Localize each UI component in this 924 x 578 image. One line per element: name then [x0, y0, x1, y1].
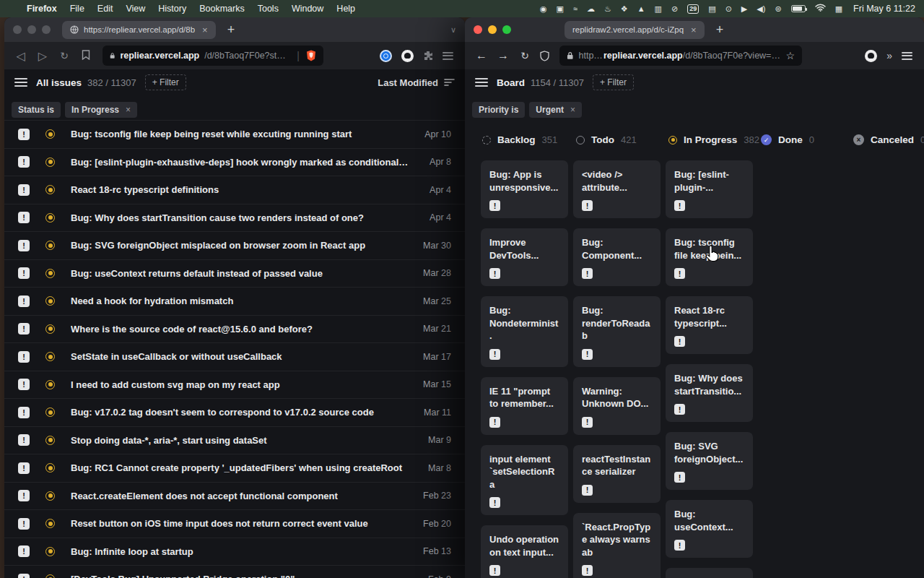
- in-progress-status-icon[interactable]: [45, 463, 55, 473]
- urgent-priority-icon[interactable]: !: [18, 574, 30, 578]
- zoom-window-button[interactable]: [502, 25, 511, 34]
- in-progress-status-icon[interactable]: [45, 213, 55, 223]
- browser-tab[interactable]: replidraw2.vercel.app/d/c-iZpq ×: [565, 21, 705, 39]
- urgent-priority-icon[interactable]: !: [18, 351, 30, 363]
- close-window-button[interactable]: [474, 25, 482, 34]
- issue-row[interactable]: !Reset button on iOS time input does not…: [4, 509, 465, 538]
- urgent-priority-icon[interactable]: !: [18, 434, 30, 446]
- window-controls[interactable]: [13, 25, 51, 34]
- reload-button[interactable]: ↻: [515, 50, 534, 61]
- issue-card[interactable]: Improve DevTools...!: [481, 228, 568, 286]
- in-progress-status-icon[interactable]: [45, 380, 55, 389]
- filter-chip-urgent[interactable]: Urgent×: [529, 102, 582, 118]
- add-filter-button[interactable]: + Filter: [145, 74, 186, 90]
- issue-card[interactable]: Bug: App is unresponsive...!: [481, 160, 568, 218]
- menu-file[interactable]: File: [64, 0, 91, 17]
- dropbox-icon[interactable]: ❖: [621, 0, 628, 17]
- issue-card[interactable]: Bug: Component...!: [573, 228, 661, 286]
- issue-row[interactable]: !React.createElement does not accept fun…: [4, 482, 465, 510]
- issue-row[interactable]: !Bug: useContext returns default instead…: [4, 259, 465, 288]
- urgent-priority-icon[interactable]: !: [18, 184, 30, 196]
- in-progress-status-icon[interactable]: [45, 547, 55, 556]
- new-tab-button[interactable]: +: [227, 22, 235, 38]
- issue-card[interactable]: <video /> attribute...!: [573, 160, 661, 218]
- app-sidebar-menu-icon[interactable]: [475, 78, 488, 87]
- issue-card[interactable]: Bug: [eslint-plugin-...!: [666, 160, 753, 218]
- urgent-priority-icon[interactable]: !: [18, 129, 30, 140]
- urgent-priority-icon[interactable]: !: [18, 407, 30, 418]
- calendar-icon[interactable]: 29: [687, 4, 699, 14]
- tab-close-icon[interactable]: ×: [202, 25, 208, 35]
- menu-firefox[interactable]: Firefox: [20, 0, 64, 17]
- address-bar[interactable]: repliear.vercel.app /d/8bTaoq7F0e?status…: [103, 46, 323, 66]
- issue-row[interactable]: !Bug: v17.0.2 tag doesn't seem to corres…: [4, 398, 465, 426]
- play-icon[interactable]: ▶: [741, 0, 747, 17]
- issue-card[interactable]: `React.PropType always warns ab!: [573, 513, 661, 578]
- vercel-icon[interactable]: ▲: [637, 0, 645, 17]
- window-controls[interactable]: [474, 25, 511, 34]
- in-progress-status-icon[interactable]: [45, 436, 55, 445]
- volume-icon[interactable]: ◀): [757, 0, 765, 17]
- issue-card[interactable]: IE 11 "prompt to remember...!: [481, 377, 568, 435]
- app-sidebar-menu-icon[interactable]: [14, 78, 27, 87]
- issue-card[interactable]: Bug: renderToReadab!: [573, 296, 661, 367]
- issue-card[interactable]: Undo operation on text input...!: [481, 525, 568, 578]
- browser-menu-icon[interactable]: [902, 52, 912, 60]
- in-progress-status-icon[interactable]: [45, 269, 55, 278]
- password-manager-icon[interactable]: [380, 50, 392, 62]
- new-tab-button[interactable]: +: [716, 22, 724, 38]
- in-progress-status-icon[interactable]: [45, 296, 55, 306]
- urgent-priority-icon[interactable]: !: [18, 296, 30, 307]
- do-not-disturb-icon[interactable]: ⊘: [671, 0, 678, 17]
- overflow-chevrons-icon[interactable]: »: [886, 50, 892, 61]
- in-progress-status-icon[interactable]: [45, 158, 55, 167]
- urgent-priority-icon[interactable]: !: [18, 518, 30, 530]
- address-bar[interactable]: https://repliear.vercel.app/d/8bTaoq7F0e…: [559, 46, 802, 66]
- zoom-window-button[interactable]: [42, 25, 51, 34]
- issue-row[interactable]: !Bug: [eslint-plugin-exhaustive-deps] ho…: [4, 148, 465, 176]
- filter-chip-status-is[interactable]: Status is: [12, 102, 61, 118]
- tab-close-icon[interactable]: ×: [691, 25, 697, 35]
- urgent-priority-icon[interactable]: !: [18, 490, 30, 501]
- cloud-sync-icon[interactable]: ☁: [587, 0, 595, 17]
- menu-tools[interactable]: Tools: [251, 0, 285, 17]
- issue-card[interactable]: reactTestInstance serializer!: [573, 445, 661, 503]
- in-progress-status-icon[interactable]: [45, 324, 55, 334]
- urgent-priority-icon[interactable]: !: [18, 462, 30, 474]
- github-extension-icon[interactable]: [401, 50, 414, 62]
- issue-card[interactable]: Bug: SVG foreignObject...!: [666, 432, 753, 490]
- add-filter-button[interactable]: + Filter: [593, 74, 634, 90]
- screen-capture-icon[interactable]: ▣: [557, 0, 564, 17]
- issue-card[interactable]: Bug: useContext...!: [666, 500, 753, 558]
- menu-window[interactable]: Window: [285, 0, 330, 17]
- docker-icon[interactable]: ≈: [573, 0, 578, 17]
- browser-menu-icon[interactable]: [443, 52, 453, 60]
- chip-remove-icon[interactable]: ×: [126, 105, 131, 115]
- urgent-priority-icon[interactable]: !: [18, 323, 30, 335]
- chip-remove-icon[interactable]: ×: [570, 105, 575, 115]
- issue-card[interactable]: Need a hook for hydration...!: [666, 568, 753, 578]
- bookmark-icon[interactable]: [77, 50, 95, 62]
- issue-row[interactable]: !Bug: Infinite loop at startupFeb 13: [4, 538, 465, 566]
- urgent-priority-icon[interactable]: !: [18, 267, 30, 279]
- issue-row[interactable]: !React 18-rc typescript definitionsApr 4: [4, 176, 465, 204]
- issue-row[interactable]: !Bug: tsconfig file keep being reset whi…: [4, 120, 465, 148]
- reload-button[interactable]: ↻: [55, 50, 74, 61]
- notion-icon[interactable]: ▥: [655, 0, 662, 17]
- menu-edit[interactable]: Edit: [91, 0, 120, 17]
- menu-history[interactable]: History: [152, 0, 193, 17]
- issue-row[interactable]: !Stop doing data-*, aria-*, start using …: [4, 426, 465, 454]
- urgent-priority-icon[interactable]: !: [18, 545, 30, 557]
- in-progress-status-icon[interactable]: [45, 352, 55, 361]
- brave-shield-icon[interactable]: [306, 50, 316, 61]
- in-progress-status-icon[interactable]: [45, 407, 55, 417]
- upload-icon[interactable]: ▤: [708, 0, 715, 17]
- minimize-window-button[interactable]: [27, 25, 36, 34]
- siri-icon[interactable]: ⊚: [775, 0, 781, 17]
- in-progress-status-icon[interactable]: [45, 185, 55, 194]
- issue-row[interactable]: !Bug: Why does startTransition cause two…: [4, 204, 465, 232]
- bookmark-star-icon[interactable]: ☆: [785, 50, 795, 61]
- homebrew-icon[interactable]: ♨: [604, 0, 611, 17]
- browser-tab[interactable]: https://repliear.vercel.app/d/8b ×: [62, 21, 216, 39]
- issue-row[interactable]: !Where is the source code of react@15.6.…: [4, 315, 465, 343]
